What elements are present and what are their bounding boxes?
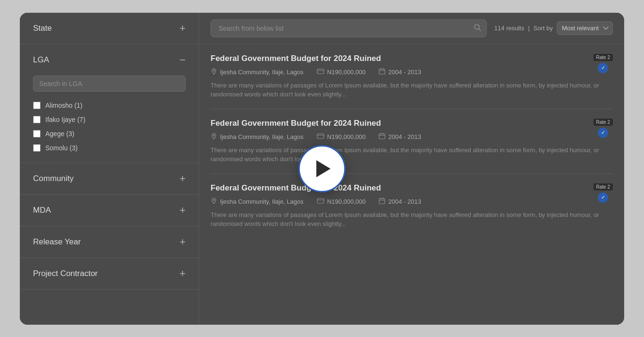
calendar-icon-1 <box>379 68 385 76</box>
filter-header-community[interactable]: Community + <box>20 163 199 194</box>
sort-by-label: Sort by <box>534 25 553 32</box>
card-location-text-3: Ijesha Community, Ilaje, Lagos <box>220 198 304 205</box>
sort-dropdown[interactable]: Most relevant Newest Oldest <box>557 21 613 35</box>
svg-point-9 <box>213 134 215 136</box>
rate-label-1: Rate 2 <box>593 54 613 61</box>
calendar-icon-3 <box>379 198 385 206</box>
card-location-3: Ijesha Community, Ilaje, Lagos <box>211 198 304 206</box>
result-card-1: Federal Government Budget for 2024 Ruine… <box>211 44 613 109</box>
filter-section-lga: LGA − Alimosho (1) Ifako Ijaye (7) Agege… <box>20 44 199 163</box>
location-icon-3 <box>211 198 217 206</box>
sidebar: State + LGA − Alimosho (1) Ifako Ijaye (… <box>20 13 199 325</box>
sort-label: | <box>528 25 529 32</box>
lga-filter-body: Alimosho (1) Ifako Ijaye (7) Agege (3) S… <box>20 76 199 163</box>
filter-header-lga[interactable]: LGA − <box>20 44 199 76</box>
svg-rect-5 <box>379 69 385 74</box>
lga-somolu-label: Somolu (3) <box>45 144 77 152</box>
release-year-label: Release Year <box>33 237 81 247</box>
mda-label: MDA <box>33 206 51 215</box>
svg-rect-19 <box>379 199 385 204</box>
rate-label-3: Rate 2 <box>593 183 613 190</box>
card-amount-text-1: N190,000,000 <box>327 69 366 76</box>
community-toggle-icon: + <box>179 173 186 184</box>
svg-rect-3 <box>317 69 324 74</box>
filter-section-state: State + <box>20 13 199 44</box>
svg-line-1 <box>479 29 481 31</box>
lga-checkbox-somolu-input[interactable] <box>33 144 41 152</box>
lga-checkbox-ifako-input[interactable] <box>33 116 41 123</box>
rate-check-2: ✓ <box>598 128 608 138</box>
card-title-3: Federal Government Budget for 2024 Ruine… <box>211 183 613 193</box>
lga-search-input[interactable] <box>33 76 186 92</box>
filter-section-release-year: Release Year + <box>20 226 199 258</box>
project-contractor-toggle-icon: + <box>179 268 186 279</box>
money-icon-2 <box>317 133 324 140</box>
rate-badge-2: Rate 2 ✓ <box>593 119 613 138</box>
lga-toggle-icon: − <box>179 55 186 65</box>
filter-section-mda: MDA + <box>20 195 199 226</box>
lga-label: LGA <box>33 55 49 65</box>
mda-toggle-icon: + <box>179 205 186 216</box>
card-years-3: 2004 - 2013 <box>379 198 421 206</box>
card-location-text-2: Ijesha Community, Ilaje, Lagos <box>220 133 304 140</box>
lga-checkbox-somolu[interactable]: Somolu (3) <box>33 141 186 155</box>
rate-check-1: ✓ <box>598 63 608 73</box>
search-input-wrap <box>211 19 487 37</box>
card-amount-1: N190,000,000 <box>317 68 366 76</box>
svg-rect-10 <box>317 134 324 138</box>
location-icon-2 <box>211 133 217 141</box>
release-year-toggle-icon: + <box>179 237 186 247</box>
rate-check-3: ✓ <box>598 192 608 203</box>
results-list: Federal Government Budget for 2024 Ruine… <box>199 44 624 325</box>
rate-badge-1: Rate 2 ✓ <box>593 54 613 73</box>
community-label: Community <box>33 174 74 183</box>
search-icon-button[interactable] <box>474 24 481 33</box>
card-title-1: Federal Government Budget for 2024 Ruine… <box>211 54 613 63</box>
filter-header-mda[interactable]: MDA + <box>20 195 199 226</box>
card-years-text-1: 2004 - 2013 <box>388 69 421 76</box>
result-card-3: Federal Government Budget for 2024 Ruine… <box>211 174 613 238</box>
svg-point-2 <box>213 69 215 71</box>
lga-agege-label: Agege (3) <box>45 130 74 138</box>
lga-checkbox-ifako[interactable]: Ifako Ijaye (7) <box>33 112 186 127</box>
results-count: 114 results <box>494 25 525 32</box>
money-icon-3 <box>317 198 324 205</box>
filter-header-state[interactable]: State + <box>20 13 199 44</box>
filter-header-project-contractor[interactable]: Project Contractor + <box>20 258 199 289</box>
lga-checkbox-alimosho-input[interactable] <box>33 102 41 109</box>
card-location-text-1: Ijesha Community, Ilaje, Lagos <box>220 69 304 76</box>
lga-ifako-label: Ifako Ijaye (7) <box>45 116 85 123</box>
card-title-2: Federal Government Budget for 2024 Ruine… <box>211 119 613 128</box>
results-sort-row: 114 results | Sort by Most relevant Newe… <box>494 21 613 35</box>
card-description-3: There are many variations of passages of… <box>211 210 613 229</box>
lga-alimosho-label: Alimosho (1) <box>45 102 83 109</box>
state-toggle-icon: + <box>179 23 186 34</box>
card-location-1: Ijesha Community, Ilaje, Lagos <box>211 68 304 76</box>
app-container: State + LGA − Alimosho (1) Ifako Ijaye (… <box>20 13 624 325</box>
rate-label-2: Rate 2 <box>593 119 613 126</box>
money-icon-1 <box>317 68 324 76</box>
calendar-icon-2 <box>379 133 385 141</box>
lga-checkbox-agege[interactable]: Agege (3) <box>33 127 186 141</box>
result-card-2: Federal Government Budget for 2024 Ruine… <box>211 109 613 174</box>
card-location-2: Ijesha Community, Ilaje, Lagos <box>211 133 304 141</box>
filter-header-release-year[interactable]: Release Year + <box>20 226 199 258</box>
card-years-1: 2004 - 2013 <box>379 68 421 76</box>
svg-rect-12 <box>379 134 385 139</box>
card-years-text-2: 2004 - 2013 <box>388 133 421 140</box>
lga-checkbox-alimosho[interactable]: Alimosho (1) <box>33 98 186 112</box>
card-amount-text-2: N190,000,000 <box>327 133 366 140</box>
filter-section-community: Community + <box>20 163 199 195</box>
rate-badge-3: Rate 2 ✓ <box>593 183 613 203</box>
project-contractor-label: Project Contractor <box>33 269 98 278</box>
card-description-1: There are many variations of passages of… <box>211 81 613 99</box>
card-amount-2: N190,000,000 <box>317 133 366 140</box>
filter-section-project-contractor: Project Contractor + <box>20 258 199 290</box>
card-meta-1: Ijesha Community, Ilaje, Lagos N190,000,… <box>211 68 613 76</box>
search-bar-row: 114 results | Sort by Most relevant Newe… <box>199 13 624 44</box>
card-meta-3: Ijesha Community, Ilaje, Lagos N190,000,… <box>211 198 613 206</box>
lga-checkbox-agege-input[interactable] <box>33 130 41 138</box>
card-amount-3: N190,000,000 <box>317 198 366 205</box>
card-years-text-3: 2004 - 2013 <box>388 198 421 205</box>
search-input[interactable] <box>211 19 487 37</box>
